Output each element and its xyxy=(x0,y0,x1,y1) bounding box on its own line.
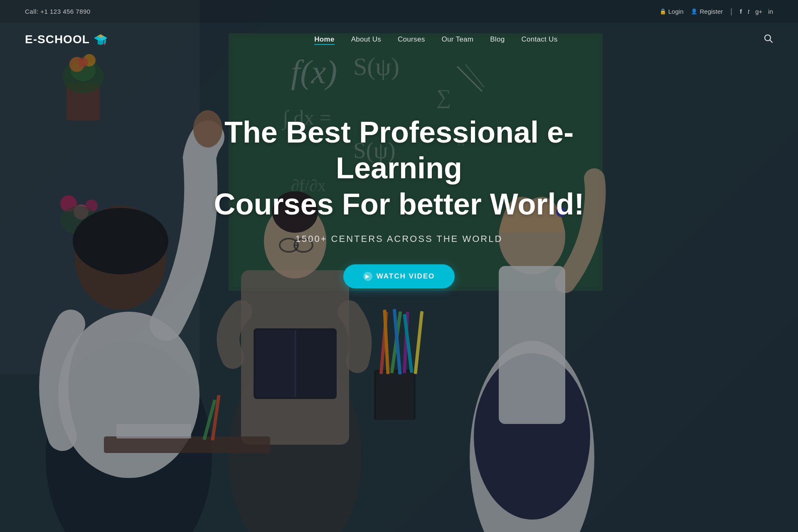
svg-marker-61 xyxy=(104,43,106,45)
phone-number: Call: +1 123 456 7890 xyxy=(25,8,91,15)
nav-link-blog[interactable]: Blog xyxy=(490,35,505,43)
hero-title-line2: Courses For better World! xyxy=(214,187,584,221)
register-label: Register xyxy=(699,8,723,15)
watch-video-button[interactable]: ▶ WATCH VIDEO xyxy=(343,264,455,288)
google-plus-icon[interactable]: g+ xyxy=(755,8,762,15)
top-bar: Call: +1 123 456 7890 🔒 Login 👤 Register… xyxy=(0,0,798,23)
facebook-icon[interactable]: f xyxy=(740,8,742,15)
nav-item-home[interactable]: Home xyxy=(314,35,334,44)
divider: | xyxy=(730,7,732,16)
nav-item-courses[interactable]: Courses xyxy=(398,35,425,44)
logo-text: E-SCHOOL xyxy=(25,33,90,46)
nav-link-courses[interactable]: Courses xyxy=(398,35,425,43)
hero-section: The Best Professional e-Learning Courses… xyxy=(0,114,798,288)
svg-line-64 xyxy=(770,40,772,42)
navbar: E-SCHOOL Home About Us Courses Our Team … xyxy=(0,23,798,56)
play-icon: ▶ xyxy=(363,272,372,281)
hero-title-line1: The Best Professional e-Learning xyxy=(224,116,574,185)
lock-icon: 🔒 xyxy=(660,8,666,15)
social-links: f t g+ in xyxy=(740,8,773,15)
nav-link-home[interactable]: Home xyxy=(314,35,334,45)
nav-link-about[interactable]: About Us xyxy=(351,35,381,43)
cta-label: WATCH VIDEO xyxy=(377,272,435,281)
nav-item-about[interactable]: About Us xyxy=(351,35,381,44)
nav-item-contact[interactable]: Contact Us xyxy=(521,35,557,44)
nav-links: Home About Us Courses Our Team Blog Cont… xyxy=(314,35,557,44)
nav-item-team[interactable]: Our Team xyxy=(441,35,473,44)
register-link[interactable]: 👤 Register xyxy=(691,8,723,15)
top-bar-actions: 🔒 Login 👤 Register | f t g+ in xyxy=(660,7,773,16)
search-icon[interactable] xyxy=(764,34,773,45)
login-label: Login xyxy=(668,8,684,15)
nav-link-team[interactable]: Our Team xyxy=(441,35,473,43)
svg-rect-60 xyxy=(104,39,106,43)
login-link[interactable]: 🔒 Login xyxy=(660,8,684,15)
twitter-icon[interactable]: t xyxy=(748,8,749,15)
hero-title: The Best Professional e-Learning Courses… xyxy=(212,114,586,222)
hero-subtitle: 1500+ Centers Across the World xyxy=(296,234,503,244)
graduation-cap-icon xyxy=(93,32,108,47)
nav-link-contact[interactable]: Contact Us xyxy=(521,35,557,43)
user-icon: 👤 xyxy=(691,8,697,15)
logo[interactable]: E-SCHOOL xyxy=(25,32,108,47)
nav-item-blog[interactable]: Blog xyxy=(490,35,505,44)
linkedin-icon[interactable]: in xyxy=(768,8,773,15)
